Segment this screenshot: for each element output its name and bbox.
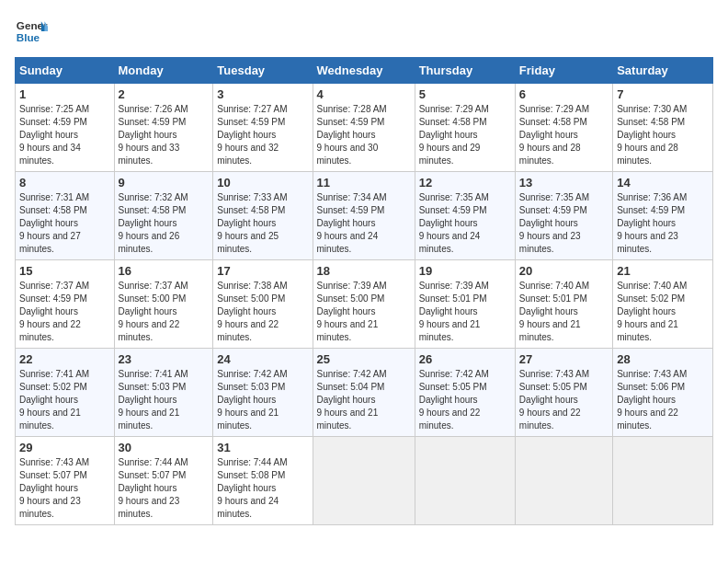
day-number: 10 xyxy=(217,176,308,190)
calendar-week-1: 1 Sunrise: 7:25 AMSunset: 4:59 PMDayligh… xyxy=(16,84,713,172)
day-info: Sunrise: 7:30 AMSunset: 4:58 PMDaylight … xyxy=(617,104,687,166)
day-number: 23 xyxy=(119,352,210,366)
calendar-cell: 22 Sunrise: 7:41 AMSunset: 5:02 PMDaylig… xyxy=(16,349,115,437)
day-number: 30 xyxy=(119,441,210,454)
day-number: 21 xyxy=(617,264,709,278)
calendar-cell xyxy=(515,437,612,525)
calendar-cell: 3 Sunrise: 7:27 AMSunset: 4:59 PMDayligh… xyxy=(213,84,313,172)
column-header-sunday: Sunday xyxy=(16,58,115,84)
day-number: 15 xyxy=(19,264,110,278)
column-header-thursday: Thursday xyxy=(415,58,515,84)
calendar-cell: 29 Sunrise: 7:43 AMSunset: 5:07 PMDaylig… xyxy=(16,437,115,525)
day-number: 16 xyxy=(119,264,210,278)
day-number: 7 xyxy=(617,87,709,101)
day-number: 22 xyxy=(19,352,110,366)
day-info: Sunrise: 7:27 AMSunset: 4:59 PMDaylight … xyxy=(217,104,287,166)
svg-text:Blue: Blue xyxy=(17,31,40,43)
day-info: Sunrise: 7:25 AMSunset: 4:59 PMDaylight … xyxy=(19,104,89,166)
calendar-cell: 12 Sunrise: 7:35 AMSunset: 4:59 PMDaylig… xyxy=(415,172,515,260)
calendar-cell: 11 Sunrise: 7:34 AMSunset: 4:59 PMDaylig… xyxy=(313,172,415,260)
calendar-cell: 8 Sunrise: 7:31 AMSunset: 4:58 PMDayligh… xyxy=(16,172,115,260)
calendar-cell: 1 Sunrise: 7:25 AMSunset: 4:59 PMDayligh… xyxy=(16,84,115,172)
day-number: 24 xyxy=(217,352,308,366)
day-info: Sunrise: 7:34 AMSunset: 4:59 PMDaylight … xyxy=(317,192,387,254)
column-header-wednesday: Wednesday xyxy=(313,58,415,84)
day-number: 31 xyxy=(217,441,308,454)
day-info: Sunrise: 7:31 AMSunset: 4:58 PMDaylight … xyxy=(19,192,89,254)
day-info: Sunrise: 7:39 AMSunset: 5:00 PMDaylight … xyxy=(317,281,387,342)
calendar-week-4: 22 Sunrise: 7:41 AMSunset: 5:02 PMDaylig… xyxy=(16,349,713,437)
calendar-week-3: 15 Sunrise: 7:37 AMSunset: 4:59 PMDaylig… xyxy=(16,260,713,349)
day-info: Sunrise: 7:42 AMSunset: 5:04 PMDaylight … xyxy=(317,369,387,431)
day-info: Sunrise: 7:43 AMSunset: 5:06 PMDaylight … xyxy=(617,369,687,431)
day-number: 25 xyxy=(317,352,411,366)
calendar-cell: 10 Sunrise: 7:33 AMSunset: 4:58 PMDaylig… xyxy=(213,172,313,260)
day-info: Sunrise: 7:42 AMSunset: 5:03 PMDaylight … xyxy=(217,369,287,431)
day-number: 14 xyxy=(617,176,709,190)
day-number: 12 xyxy=(419,176,511,190)
day-info: Sunrise: 7:26 AMSunset: 4:59 PMDaylight … xyxy=(119,104,188,166)
day-info: Sunrise: 7:33 AMSunset: 4:58 PMDaylight … xyxy=(217,192,287,254)
day-info: Sunrise: 7:37 AMSunset: 4:59 PMDaylight … xyxy=(19,281,89,342)
calendar-cell: 4 Sunrise: 7:28 AMSunset: 4:59 PMDayligh… xyxy=(313,84,415,172)
calendar-cell: 23 Sunrise: 7:41 AMSunset: 5:03 PMDaylig… xyxy=(114,349,213,437)
calendar-cell: 20 Sunrise: 7:40 AMSunset: 5:01 PMDaylig… xyxy=(515,260,612,349)
calendar-cell: 18 Sunrise: 7:39 AMSunset: 5:00 PMDaylig… xyxy=(313,260,415,349)
day-number: 6 xyxy=(519,87,609,101)
calendar-cell: 13 Sunrise: 7:35 AMSunset: 4:59 PMDaylig… xyxy=(515,172,612,260)
calendar-cell xyxy=(415,437,515,525)
day-info: Sunrise: 7:38 AMSunset: 5:00 PMDaylight … xyxy=(217,281,287,342)
day-info: Sunrise: 7:39 AMSunset: 5:01 PMDaylight … xyxy=(419,281,489,342)
day-info: Sunrise: 7:40 AMSunset: 5:02 PMDaylight … xyxy=(617,281,687,342)
day-info: Sunrise: 7:44 AMSunset: 5:08 PMDaylight … xyxy=(217,457,287,519)
day-number: 3 xyxy=(217,87,308,101)
calendar-cell: 19 Sunrise: 7:39 AMSunset: 5:01 PMDaylig… xyxy=(415,260,515,349)
column-header-tuesday: Tuesday xyxy=(213,58,313,84)
day-number: 20 xyxy=(519,264,609,278)
day-info: Sunrise: 7:43 AMSunset: 5:05 PMDaylight … xyxy=(519,369,589,431)
day-info: Sunrise: 7:37 AMSunset: 5:00 PMDaylight … xyxy=(119,281,188,342)
day-number: 29 xyxy=(19,441,110,454)
calendar-cell: 15 Sunrise: 7:37 AMSunset: 4:59 PMDaylig… xyxy=(16,260,115,349)
day-number: 18 xyxy=(317,264,411,278)
column-header-monday: Monday xyxy=(114,58,213,84)
day-info: Sunrise: 7:29 AMSunset: 4:58 PMDaylight … xyxy=(519,104,589,166)
day-number: 8 xyxy=(19,176,110,190)
calendar-week-5: 29 Sunrise: 7:43 AMSunset: 5:07 PMDaylig… xyxy=(16,437,713,525)
day-number: 17 xyxy=(217,264,308,278)
calendar-header: SundayMondayTuesdayWednesdayThursdayFrid… xyxy=(16,58,713,84)
day-info: Sunrise: 7:29 AMSunset: 4:58 PMDaylight … xyxy=(419,104,489,166)
header: General Blue xyxy=(15,15,713,48)
day-number: 11 xyxy=(317,176,411,190)
calendar-cell: 31 Sunrise: 7:44 AMSunset: 5:08 PMDaylig… xyxy=(213,437,313,525)
day-number: 4 xyxy=(317,87,411,101)
calendar-cell: 30 Sunrise: 7:44 AMSunset: 5:07 PMDaylig… xyxy=(114,437,213,525)
column-header-friday: Friday xyxy=(515,58,612,84)
day-info: Sunrise: 7:42 AMSunset: 5:05 PMDaylight … xyxy=(419,369,489,431)
day-number: 2 xyxy=(119,87,210,101)
day-info: Sunrise: 7:40 AMSunset: 5:01 PMDaylight … xyxy=(519,281,589,342)
day-info: Sunrise: 7:28 AMSunset: 4:59 PMDaylight … xyxy=(317,104,387,166)
calendar-cell: 27 Sunrise: 7:43 AMSunset: 5:05 PMDaylig… xyxy=(515,349,612,437)
day-number: 27 xyxy=(519,352,609,366)
day-number: 5 xyxy=(419,87,511,101)
day-info: Sunrise: 7:35 AMSunset: 4:59 PMDaylight … xyxy=(419,192,489,254)
calendar-cell: 16 Sunrise: 7:37 AMSunset: 5:00 PMDaylig… xyxy=(114,260,213,349)
day-info: Sunrise: 7:41 AMSunset: 5:02 PMDaylight … xyxy=(19,369,89,431)
day-info: Sunrise: 7:32 AMSunset: 4:58 PMDaylight … xyxy=(119,192,188,254)
calendar-cell: 26 Sunrise: 7:42 AMSunset: 5:05 PMDaylig… xyxy=(415,349,515,437)
calendar-cell: 2 Sunrise: 7:26 AMSunset: 4:59 PMDayligh… xyxy=(114,84,213,172)
calendar-cell: 17 Sunrise: 7:38 AMSunset: 5:00 PMDaylig… xyxy=(213,260,313,349)
day-number: 19 xyxy=(419,264,511,278)
calendar-cell xyxy=(613,437,713,525)
calendar-cell: 7 Sunrise: 7:30 AMSunset: 4:58 PMDayligh… xyxy=(613,84,713,172)
calendar-table: SundayMondayTuesdayWednesdayThursdayFrid… xyxy=(15,57,713,525)
calendar-cell: 14 Sunrise: 7:36 AMSunset: 4:59 PMDaylig… xyxy=(613,172,713,260)
logo: General Blue xyxy=(15,15,48,48)
calendar-cell: 21 Sunrise: 7:40 AMSunset: 5:02 PMDaylig… xyxy=(613,260,713,349)
calendar-cell: 25 Sunrise: 7:42 AMSunset: 5:04 PMDaylig… xyxy=(313,349,415,437)
day-info: Sunrise: 7:44 AMSunset: 5:07 PMDaylight … xyxy=(119,457,188,519)
calendar-cell: 28 Sunrise: 7:43 AMSunset: 5:06 PMDaylig… xyxy=(613,349,713,437)
logo-icon: General Blue xyxy=(15,15,48,48)
day-number: 9 xyxy=(119,176,210,190)
